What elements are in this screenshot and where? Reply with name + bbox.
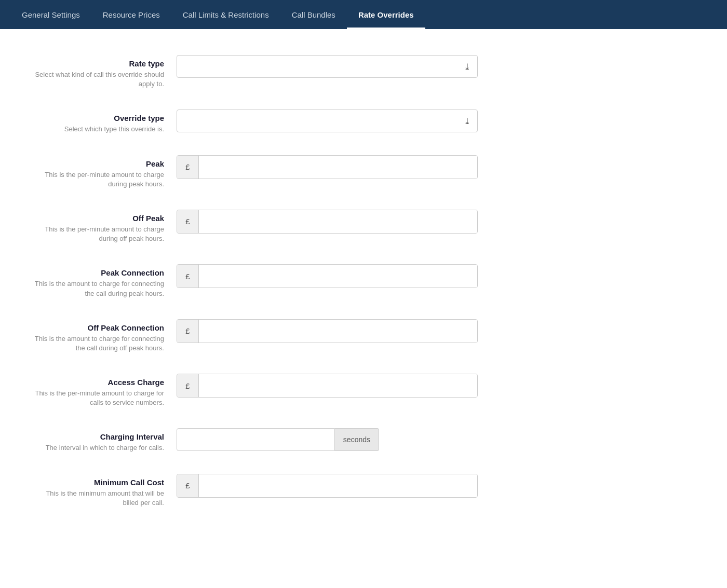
peak-input-wrapper: £ [177,155,478,179]
off-peak-input[interactable] [199,210,477,233]
peak-connection-input[interactable] [199,265,477,288]
peak-connection-label: Peak Connection [31,268,164,277]
access-charge-label: Access Charge [31,378,164,387]
nav-resource-prices[interactable]: Resource Prices [91,0,171,29]
minimum-call-cost-label: Minimum Call Cost [31,478,164,487]
peak-connection-row: Peak Connection This is the amount to ch… [31,264,592,298]
override-type-label-col: Override type Select which type this ove… [31,110,177,134]
peak-prefix: £ [177,156,199,179]
override-type-select-wrapper: ⤓ [177,110,478,132]
off-peak-prefix: £ [177,210,199,233]
navigation-bar: General Settings Resource Prices Call Li… [0,0,727,29]
minimum-call-cost-prefix: £ [177,474,199,497]
peak-row: Peak This is the per-minute amount to ch… [31,155,592,189]
charging-interval-label: Charging Interval [31,432,164,441]
access-charge-desc: This is the per-minute amount to charge … [31,389,164,407]
charging-interval-label-col: Charging Interval The interval in which … [31,428,177,453]
rate-type-desc: Select what kind of call this override s… [31,70,164,89]
peak-connection-control: £ [177,264,478,288]
off-peak-label: Off Peak [31,214,164,223]
override-type-row: Override type Select which type this ove… [31,110,592,134]
minimum-call-cost-input[interactable] [199,474,477,497]
off-peak-connection-label: Off Peak Connection [31,323,164,332]
access-charge-input[interactable] [199,374,477,397]
nav-general-settings[interactable]: General Settings [10,0,91,29]
off-peak-connection-input-wrapper: £ [177,319,478,343]
rate-type-select[interactable] [177,55,478,78]
peak-label-col: Peak This is the per-minute amount to ch… [31,155,177,189]
nav-call-limits[interactable]: Call Limits & Restrictions [171,0,280,29]
peak-connection-input-wrapper: £ [177,264,478,288]
rate-type-row: Rate type Select what kind of call this … [31,55,592,89]
peak-desc: This is the per-minute amount to charge … [31,170,164,189]
off-peak-control: £ [177,210,478,234]
off-peak-input-wrapper: £ [177,210,478,234]
rate-type-select-wrapper: ⤓ [177,55,478,78]
peak-label: Peak [31,159,164,168]
main-content: Rate type Select what kind of call this … [0,29,623,559]
off-peak-connection-control: £ [177,319,478,343]
peak-control: £ [177,155,478,179]
minimum-call-cost-desc: This is the minimum amount that will be … [31,489,164,508]
override-type-select[interactable] [177,110,478,132]
minimum-call-cost-label-col: Minimum Call Cost This is the minimum am… [31,474,177,508]
charging-interval-desc: The interval in which to charge for call… [31,443,164,453]
charging-interval-wrapper: seconds [177,428,379,451]
minimum-call-cost-control: £ [177,474,478,498]
off-peak-desc: This is the per-minute amount to charge … [31,225,164,243]
access-charge-label-col: Access Charge This is the per-minute amo… [31,374,177,407]
access-charge-control: £ [177,374,478,398]
off-peak-label-col: Off Peak This is the per-minute amount t… [31,210,177,243]
access-charge-prefix: £ [177,374,199,397]
nav-rate-overrides[interactable]: Rate Overrides [347,0,425,29]
override-type-control: ⤓ [177,110,478,132]
minimum-call-cost-row: Minimum Call Cost This is the minimum am… [31,474,592,508]
off-peak-connection-prefix: £ [177,320,199,343]
rate-type-control: ⤓ [177,55,478,78]
rate-type-label-col: Rate type Select what kind of call this … [31,55,177,89]
rate-type-label: Rate type [31,59,164,68]
peak-input[interactable] [199,156,477,179]
off-peak-connection-label-col: Off Peak Connection This is the amount t… [31,319,177,353]
nav-call-bundles[interactable]: Call Bundles [280,0,347,29]
peak-connection-label-col: Peak Connection This is the amount to ch… [31,264,177,298]
off-peak-row: Off Peak This is the per-minute amount t… [31,210,592,243]
peak-connection-desc: This is the amount to charge for connect… [31,279,164,298]
off-peak-connection-desc: This is the amount to charge for connect… [31,334,164,353]
off-peak-connection-row: Off Peak Connection This is the amount t… [31,319,592,353]
access-charge-input-wrapper: £ [177,374,478,398]
charging-interval-control: seconds [177,428,478,451]
minimum-call-cost-input-wrapper: £ [177,474,478,498]
override-type-desc: Select which type this override is. [31,125,164,134]
peak-connection-prefix: £ [177,265,199,288]
charging-interval-row: Charging Interval The interval in which … [31,428,592,453]
seconds-badge: seconds [335,428,379,451]
access-charge-row: Access Charge This is the per-minute amo… [31,374,592,407]
override-type-label: Override type [31,114,164,122]
charging-interval-input[interactable] [177,428,335,451]
off-peak-connection-input[interactable] [199,320,477,343]
